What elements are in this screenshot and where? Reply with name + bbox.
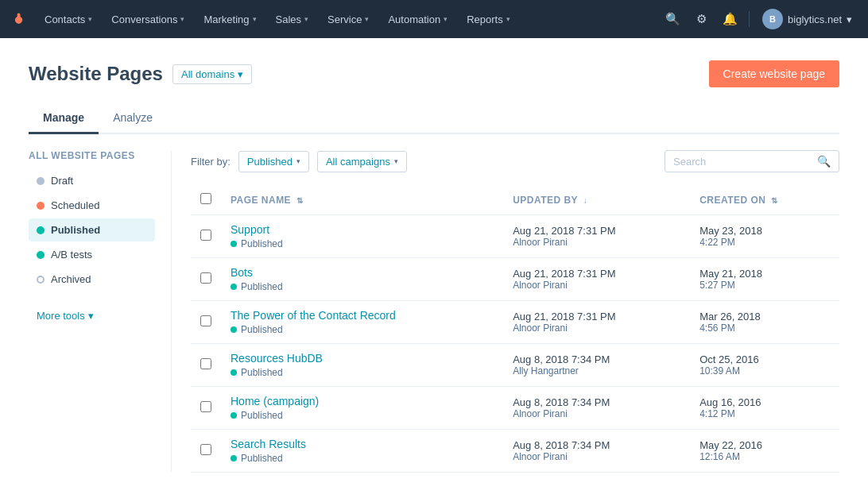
table-row: Home (campaign) Published Aug 8, 2018 7:…	[191, 387, 839, 430]
main-content: Website Pages All domains ▾ Create websi…	[0, 38, 868, 502]
status-badge: Published	[231, 410, 494, 421]
created-time: 10:39 AM	[699, 365, 830, 376]
status-badge: Published	[231, 281, 494, 292]
updated-by-cell: Aug 8, 2018 7:34 PM Alnoor Pirani	[503, 430, 690, 473]
created-on-cell: May 22, 2016 12:16 AM	[690, 430, 839, 473]
chevron-down-icon: ▾	[444, 15, 448, 23]
updated-time: Aug 8, 2018 7:34 PM	[513, 353, 680, 365]
nav-service[interactable]: Service ▾	[320, 10, 377, 29]
page-name-cell: Home (campaign) Published	[221, 387, 503, 430]
updated-by-name: Alnoor Pirani	[513, 237, 680, 248]
created-time: 4:56 PM	[699, 322, 830, 334]
created-date: May 22, 2016	[699, 439, 830, 451]
select-all-checkbox[interactable]	[200, 193, 211, 204]
nav-reports[interactable]: Reports ▾	[459, 10, 518, 29]
settings-icon[interactable]: ⚙	[688, 6, 714, 32]
created-on-cell: May 23, 2018 4:22 PM	[690, 215, 839, 258]
status-label: Published	[241, 453, 283, 464]
page-name-link[interactable]: Resources HubDB	[231, 352, 323, 365]
updated-time: Aug 8, 2018 7:34 PM	[513, 396, 680, 408]
page-name-cell: Search Results Published	[221, 430, 503, 473]
campaign-filter[interactable]: All campaigns ▾	[317, 151, 407, 172]
page-name-link[interactable]: Support	[231, 223, 269, 236]
updated-by-cell: Aug 21, 2018 7:31 PM Alnoor Pirani	[503, 215, 690, 258]
created-date: Mar 26, 2018	[699, 311, 830, 322]
nav-contacts[interactable]: Contacts ▾	[37, 10, 100, 29]
status-badge: Published	[231, 453, 494, 464]
sidebar-section-label: All website pages	[29, 150, 155, 161]
row-checkbox-cell	[191, 344, 221, 387]
row-checkbox[interactable]	[200, 315, 211, 326]
created-on-header: CREATED ON ⇅	[690, 185, 839, 215]
tab-analyze[interactable]: Analyze	[99, 103, 167, 134]
page-name-cell: The Power of the Contact Record Publishe…	[221, 301, 503, 344]
row-checkbox-cell	[191, 258, 221, 301]
chevron-down-icon: ▾	[506, 15, 510, 23]
published-dot	[231, 284, 237, 290]
nav-sales[interactable]: Sales ▾	[268, 10, 317, 29]
chevron-down-icon: ▾	[180, 15, 184, 23]
sidebar-item-scheduled[interactable]: Scheduled	[29, 194, 155, 217]
created-time: 4:12 PM	[699, 408, 830, 419]
page-name-link[interactable]: Bots	[231, 266, 253, 279]
nav-conversations[interactable]: Conversations ▾	[103, 10, 192, 29]
filter-bar: Filter by: Published ▾ All campaigns ▾ 🔍	[191, 150, 839, 172]
domain-filter[interactable]: All domains ▾	[172, 64, 252, 84]
created-on-cell: Aug 16, 2016 4:12 PM	[690, 387, 839, 430]
chevron-down-icon: ▾	[88, 310, 94, 322]
sidebar-item-archived[interactable]: Archived	[29, 268, 155, 291]
sidebar-item-published[interactable]: Published	[29, 218, 155, 241]
row-checkbox[interactable]	[200, 444, 211, 455]
row-checkbox[interactable]	[200, 401, 211, 412]
sidebar-item-ab-tests[interactable]: A/B tests	[29, 243, 155, 266]
updated-by-name: Alnoor Pirani	[513, 280, 680, 291]
search-box[interactable]: 🔍	[665, 150, 839, 172]
tab-manage[interactable]: Manage	[29, 103, 99, 134]
scheduled-dot	[37, 202, 45, 210]
status-label: Published	[241, 238, 283, 249]
row-checkbox-cell	[191, 430, 221, 473]
nav-divider	[749, 11, 750, 27]
row-checkbox-cell	[191, 301, 221, 344]
page-name-cell: Support Published	[221, 215, 503, 258]
archived-dot	[37, 276, 45, 284]
updated-time: Aug 21, 2018 7:31 PM	[513, 225, 680, 237]
sort-icon: ↓	[583, 196, 587, 205]
created-time: 4:22 PM	[699, 237, 830, 248]
published-dot	[231, 241, 237, 247]
create-page-button[interactable]: Create website page	[709, 60, 839, 87]
sidebar: All website pages Draft Scheduled Publis…	[29, 150, 172, 473]
page-title: Website Pages	[29, 63, 163, 85]
sort-icon: ⇅	[296, 196, 303, 205]
status-badge: Published	[231, 238, 494, 249]
page-header: Website Pages All domains ▾ Create websi…	[29, 60, 839, 87]
avatar: B	[762, 9, 783, 29]
updated-by-cell: Aug 8, 2018 7:34 PM Ally Hangartner	[503, 344, 690, 387]
page-name-link[interactable]: The Power of the Contact Record	[231, 309, 396, 322]
table-row: Bots Published Aug 21, 2018 7:31 PM Alno…	[191, 258, 839, 301]
status-label: Published	[241, 410, 283, 421]
table-row: Resources HubDB Published Aug 8, 2018 7:…	[191, 344, 839, 387]
page-name-link[interactable]: Home (campaign)	[231, 395, 319, 407]
nav-marketing[interactable]: Marketing ▾	[196, 10, 264, 29]
search-input[interactable]	[673, 156, 812, 168]
hubspot-logo[interactable]	[10, 10, 27, 28]
chevron-down-icon: ▾	[238, 68, 243, 80]
draft-dot	[37, 177, 45, 185]
nav-automation[interactable]: Automation ▾	[380, 10, 455, 29]
row-checkbox[interactable]	[200, 272, 211, 284]
chevron-down-icon: ▾	[253, 15, 257, 23]
search-icon[interactable]: 🔍	[660, 6, 685, 32]
row-checkbox[interactable]	[200, 358, 211, 369]
updated-by-name: Ally Hangartner	[513, 365, 680, 376]
sidebar-item-draft[interactable]: Draft	[29, 169, 155, 192]
page-name-header: PAGE NAME ⇅	[221, 185, 503, 215]
row-checkbox-cell	[191, 215, 221, 258]
more-tools-button[interactable]: More tools ▾	[29, 307, 155, 325]
notifications-icon[interactable]: 🔔	[717, 6, 742, 32]
updated-by-cell: Aug 8, 2018 7:34 PM Alnoor Pirani	[503, 387, 690, 430]
status-filter[interactable]: Published ▾	[238, 151, 309, 172]
account-menu[interactable]: B biglytics.net ▾	[756, 6, 858, 33]
row-checkbox[interactable]	[200, 230, 211, 241]
page-name-link[interactable]: Search Results	[231, 438, 306, 450]
